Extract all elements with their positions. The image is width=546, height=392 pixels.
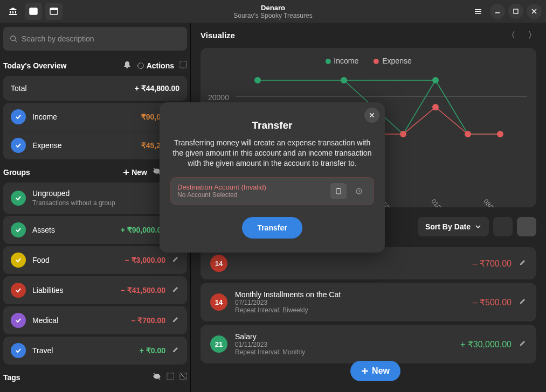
group-amount: + ₹90,000.00: [121, 226, 165, 234]
transaction-title: Monthly Installments on the Cat: [235, 290, 465, 299]
eye-off-icon[interactable]: [153, 372, 161, 382]
x-tick: 01/11/2023: [430, 198, 457, 207]
svg-point-7: [137, 62, 143, 68]
transaction-row[interactable]: 21 Salary 01/11/2023 Repeat Interval: Mo…: [201, 325, 536, 363]
grid-icon[interactable]: [179, 61, 187, 70]
total-value: + ₹44,800.00: [135, 84, 179, 93]
new-transaction-button[interactable]: New: [350, 361, 400, 381]
sort-desc-button[interactable]: [517, 217, 536, 236]
check-icon: [11, 283, 26, 298]
group-amount: – ₹41,500.00: [121, 286, 165, 295]
transfer-dialog: ✕ Transfer Transferring money will creat…: [160, 102, 385, 253]
visualize-header: Visualize: [201, 31, 507, 40]
group-subtitle: Transactions without a group: [32, 199, 115, 207]
sidebar-toggle-button[interactable]: [25, 3, 42, 20]
sort-button[interactable]: Sort By Date: [418, 217, 489, 236]
svg-point-15: [341, 77, 347, 83]
close-button[interactable]: [527, 4, 542, 19]
window-layout-button[interactable]: [45, 3, 63, 20]
day-badge: 14: [210, 255, 227, 272]
field-value: No Account Selected: [177, 191, 326, 199]
transaction-repeat: Repeat Interval: Biweekly: [235, 306, 465, 314]
recent-button[interactable]: [351, 183, 367, 199]
paste-button[interactable]: [330, 183, 347, 199]
deselect-icon[interactable]: [179, 373, 187, 382]
transaction-repeat: Repeat Interval: Monthly: [235, 348, 453, 356]
y-tick: 20000: [208, 93, 229, 102]
check-icon: [11, 222, 26, 237]
search-icon: [10, 35, 17, 43]
new-group-button[interactable]: New: [123, 168, 147, 177]
transaction-amount: – ₹700.00: [473, 258, 512, 269]
dialog-title: Transfer: [170, 120, 374, 131]
check-icon: [11, 191, 26, 206]
transaction-amount: + ₹30,000.00: [460, 339, 512, 349]
svg-rect-21: [336, 188, 341, 194]
hamburger-menu-button[interactable]: [469, 3, 487, 20]
group-name: Food: [32, 256, 119, 264]
edit-icon[interactable]: [172, 285, 179, 295]
svg-point-16: [432, 77, 439, 83]
group-row[interactable]: Liabilities – ₹41,500.00: [3, 276, 187, 304]
group-amount: – ₹700.00: [132, 316, 166, 325]
transfer-submit-button[interactable]: Transfer: [242, 217, 302, 239]
group-row[interactable]: Food – ₹3,000.00: [3, 246, 187, 274]
chevron-down-icon: [475, 223, 481, 230]
group-row[interactable]: Medical – ₹700.00: [3, 306, 187, 334]
chart-prev-button[interactable]: 〈: [507, 30, 515, 40]
svg-rect-1: [30, 8, 32, 15]
day-badge: 21: [210, 335, 227, 353]
svg-point-19: [465, 131, 471, 137]
edit-icon[interactable]: [519, 339, 527, 349]
svg-rect-4: [495, 12, 500, 13]
svg-rect-8: [180, 61, 186, 68]
transaction-title: Salary: [235, 332, 453, 341]
edit-icon[interactable]: [519, 297, 527, 307]
group-name: Ungrouped: [32, 189, 162, 198]
group-row[interactable]: Travel + ₹0.00: [3, 337, 187, 365]
maximize-button[interactable]: [508, 4, 523, 19]
x-tick: 08/11/2023: [482, 198, 508, 207]
edit-icon[interactable]: [172, 255, 179, 265]
dialog-close-button[interactable]: ✕: [364, 108, 379, 123]
app-title: Denaro: [233, 4, 312, 12]
svg-point-6: [11, 36, 16, 41]
group-amount: – ₹3,000.00: [125, 256, 165, 264]
sort-label: Sort By Date: [425, 222, 471, 231]
group-name: Assets: [32, 226, 114, 234]
check-icon: [11, 253, 26, 268]
chart-next-button[interactable]: 〉: [528, 30, 536, 40]
svg-rect-11: [167, 373, 174, 380]
search-box[interactable]: [3, 27, 187, 51]
destination-account-field[interactable]: Destination Account (Invalid) No Account…: [170, 177, 374, 205]
field-label: Destination Account (Invalid): [177, 183, 326, 191]
edit-icon[interactable]: [172, 346, 179, 355]
app-subtitle: Sourav's Spooky Treasures: [233, 12, 312, 19]
day-badge: 14: [210, 293, 227, 311]
edit-icon[interactable]: [172, 316, 179, 325]
legend-expense: Expense: [374, 57, 411, 65]
transaction-row[interactable]: 14 Monthly Installments on the Cat 07/11…: [201, 283, 536, 321]
check-icon: [11, 138, 26, 153]
overview-header: Today's Overview: [3, 61, 123, 70]
grid-icon[interactable]: [167, 373, 174, 382]
bell-icon[interactable]: [123, 60, 132, 71]
groups-header: Groups: [3, 168, 123, 177]
new-group-label: New: [132, 168, 147, 177]
group-amount: + ₹0.00: [140, 346, 165, 355]
actions-button[interactable]: Actions: [137, 61, 174, 70]
edit-icon[interactable]: [519, 258, 527, 268]
transaction-date: 07/11/2023: [235, 299, 465, 306]
svg-point-14: [254, 77, 261, 83]
svg-point-17: [400, 131, 406, 137]
svg-point-20: [497, 131, 503, 137]
total-label: Total: [11, 84, 128, 93]
group-name: Travel: [32, 346, 133, 355]
actions-label: Actions: [147, 61, 174, 70]
minimize-button[interactable]: [490, 4, 505, 19]
sort-asc-button[interactable]: [493, 217, 513, 236]
bank-button[interactable]: [4, 3, 22, 20]
svg-rect-3: [50, 8, 58, 10]
search-input[interactable]: [22, 34, 181, 43]
dialog-body: Transferring money will create an expens…: [170, 138, 374, 169]
